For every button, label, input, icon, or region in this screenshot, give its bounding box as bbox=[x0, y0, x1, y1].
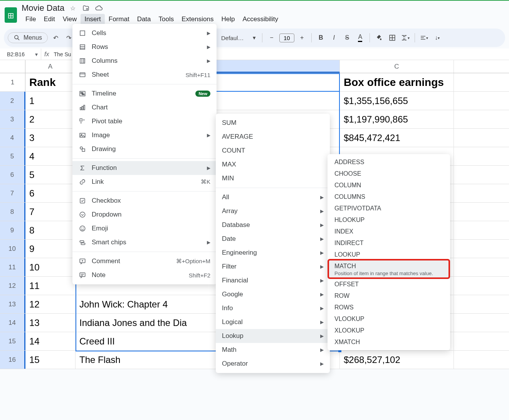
row-header[interactable]: 9 bbox=[0, 221, 25, 239]
lookup-fn-getpivotdata[interactable]: GETPIVOTDATA bbox=[328, 203, 450, 214]
menu-view[interactable]: View bbox=[59, 14, 81, 25]
cell[interactable]: 14 bbox=[25, 332, 76, 350]
lookup-fn-choose[interactable]: CHOOSE bbox=[328, 168, 450, 180]
row-header[interactable]: 2 bbox=[0, 92, 25, 110]
cell[interactable]: 1 bbox=[25, 92, 76, 110]
insert-columns[interactable]: Columns▶ bbox=[72, 54, 217, 68]
row-header[interactable]: 3 bbox=[0, 110, 25, 128]
lookup-fn-xlookup[interactable]: XLOOKUP bbox=[328, 325, 450, 336]
row-header[interactable]: 14 bbox=[0, 314, 25, 332]
row-header[interactable]: 8 bbox=[0, 203, 25, 221]
cell[interactable]: $1,355,156,655 bbox=[340, 92, 454, 110]
fill-color-button[interactable] bbox=[374, 32, 385, 43]
cell[interactable]: 5 bbox=[25, 166, 76, 184]
insert-comment[interactable]: Comment⌘+Option+M bbox=[72, 254, 217, 268]
func-max[interactable]: MAX bbox=[216, 158, 330, 171]
func-cat-google[interactable]: Google▶ bbox=[216, 287, 330, 301]
row-header[interactable]: 6 bbox=[0, 166, 25, 184]
func-cat-date[interactable]: Date▶ bbox=[216, 232, 330, 246]
font-family-selector[interactable]: Defaul…▾ bbox=[221, 34, 256, 41]
undo-button[interactable]: ↶ bbox=[50, 32, 61, 43]
cell[interactable]: 4 bbox=[25, 147, 76, 165]
row-header[interactable]: 12 bbox=[0, 277, 25, 295]
insert-pivot-table[interactable]: Pivot table bbox=[72, 114, 217, 128]
row-header[interactable]: 10 bbox=[0, 240, 25, 258]
lookup-fn-index[interactable]: INDEX bbox=[328, 226, 450, 237]
text-color-button[interactable]: A bbox=[355, 32, 366, 43]
strike-button[interactable]: S bbox=[342, 32, 353, 43]
insert-dropdown[interactable]: Dropdown bbox=[72, 208, 217, 222]
cell[interactable]: 8 bbox=[25, 221, 76, 239]
valign-button[interactable]: ↓▾ bbox=[432, 32, 443, 43]
menu-file[interactable]: File bbox=[22, 14, 40, 25]
cloud-status-icon[interactable] bbox=[94, 3, 104, 13]
cell[interactable]: 12 bbox=[25, 295, 76, 313]
lookup-fn-vlookup[interactable]: VLOOKUP bbox=[328, 313, 450, 325]
lookup-fn-row[interactable]: ROW bbox=[328, 290, 450, 302]
func-cat-math[interactable]: Math▶ bbox=[216, 343, 330, 357]
menu-extensions[interactable]: Extensions bbox=[178, 14, 217, 25]
insert-timeline[interactable]: TimelineNew bbox=[72, 87, 217, 101]
func-sum[interactable]: SUM bbox=[216, 116, 330, 130]
insert-rows[interactable]: Rows▶ bbox=[72, 40, 217, 54]
font-size-dec[interactable]: − bbox=[266, 32, 277, 43]
row-header[interactable]: 4 bbox=[0, 129, 25, 147]
cell[interactable]: $1,197,990,865 bbox=[340, 110, 454, 128]
menu-accessibility[interactable]: Accessibility bbox=[239, 14, 282, 25]
cell[interactable]: 7 bbox=[25, 203, 76, 221]
func-cat-array[interactable]: Array▶ bbox=[216, 204, 330, 218]
func-min[interactable]: MIN bbox=[216, 171, 330, 185]
col-header-C[interactable]: C bbox=[340, 60, 454, 73]
cell[interactable]: 11 bbox=[25, 277, 76, 295]
func-cat-operator[interactable]: Operator▶ bbox=[216, 357, 330, 371]
cell[interactable]: 13 bbox=[25, 314, 76, 332]
func-cat-info[interactable]: Info▶ bbox=[216, 301, 330, 315]
insert-cells[interactable]: Cells▶ bbox=[72, 26, 217, 40]
lookup-fn-match[interactable]: MATCHPosition of item in range that matc… bbox=[328, 260, 450, 279]
font-size-input[interactable]: 10 bbox=[279, 34, 294, 42]
move-icon[interactable] bbox=[81, 3, 91, 13]
borders-button[interactable] bbox=[387, 32, 398, 43]
lookup-fn-column[interactable]: COLUMN bbox=[328, 180, 450, 191]
lookup-fn-lookup[interactable]: LOOKUP bbox=[328, 249, 450, 260]
star-icon[interactable]: ☆ bbox=[68, 3, 77, 13]
insert-image[interactable]: Image▶ bbox=[72, 128, 217, 142]
font-size-inc[interactable]: + bbox=[297, 32, 307, 43]
menu-insert[interactable]: Insert bbox=[81, 14, 105, 25]
row-header[interactable]: 5 bbox=[0, 147, 25, 165]
func-cat-lookup[interactable]: Lookup▶ bbox=[216, 329, 330, 343]
insert-note[interactable]: NoteShift+F2 bbox=[72, 268, 217, 282]
insert-function[interactable]: Function▶ bbox=[72, 161, 217, 175]
func-cat-all[interactable]: All▶ bbox=[216, 190, 330, 204]
name-box[interactable]: B2:B16▾ bbox=[4, 50, 41, 58]
insert-smart-chips[interactable]: Smart chips▶ bbox=[72, 235, 217, 249]
menu-help[interactable]: Help bbox=[217, 14, 239, 25]
row-header[interactable]: 15 bbox=[0, 332, 25, 350]
insert-link[interactable]: Link⌘K bbox=[72, 175, 217, 189]
cell[interactable]: 10 bbox=[25, 258, 76, 276]
formula-bar-input[interactable]: The Su bbox=[52, 51, 71, 57]
row-header[interactable]: 13 bbox=[0, 295, 25, 313]
lookup-fn-offset[interactable]: OFFSET bbox=[328, 279, 450, 290]
lookup-fn-hlookup[interactable]: HLOOKUP bbox=[328, 214, 450, 226]
bold-button[interactable]: B bbox=[316, 32, 326, 43]
func-count[interactable]: COUNT bbox=[216, 144, 330, 158]
lookup-fn-address[interactable]: ADDRESS bbox=[328, 156, 450, 168]
cell[interactable]: 9 bbox=[25, 240, 76, 258]
func-cat-engineering[interactable]: Engineering▶ bbox=[216, 246, 330, 260]
menu-format[interactable]: Format bbox=[105, 14, 133, 25]
func-cat-logical[interactable]: Logical▶ bbox=[216, 315, 330, 329]
merge-button[interactable]: ▾ bbox=[400, 32, 411, 43]
italic-button[interactable]: I bbox=[329, 32, 339, 43]
insert-emoji[interactable]: Emoji bbox=[72, 222, 217, 235]
sheets-logo[interactable] bbox=[5, 7, 17, 23]
halign-button[interactable]: ▾ bbox=[419, 32, 430, 43]
func-average[interactable]: AVERAGE bbox=[216, 130, 330, 144]
row-header[interactable]: 1 bbox=[0, 73, 25, 91]
cell[interactable]: 2 bbox=[25, 110, 76, 128]
func-cat-database[interactable]: Database▶ bbox=[216, 218, 330, 232]
insert-drawing[interactable]: Drawing bbox=[72, 142, 217, 156]
document-title[interactable]: Movie Data bbox=[22, 3, 64, 13]
col-header-A[interactable]: A bbox=[25, 60, 76, 73]
cell[interactable]: Rank bbox=[25, 73, 76, 91]
